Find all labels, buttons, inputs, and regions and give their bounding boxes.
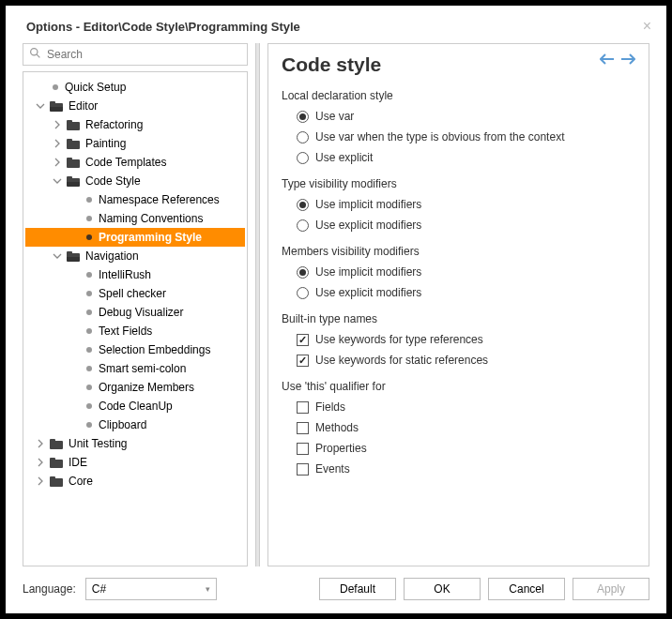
expander-spacer [69, 400, 80, 412]
group-title: Local declaration style [282, 89, 635, 102]
radio-icon[interactable] [297, 219, 309, 232]
expander-icon[interactable] [35, 476, 46, 487]
expander-icon[interactable] [52, 175, 63, 187]
radio-icon[interactable] [297, 111, 309, 123]
back-arrow-icon[interactable] [600, 53, 615, 68]
checkbox-icon[interactable] [297, 443, 309, 455]
expander-icon[interactable] [52, 157, 63, 168]
radio-option[interactable]: Use var [282, 106, 635, 127]
checkbox-icon[interactable] [297, 422, 309, 434]
folder-icon [50, 439, 63, 449]
settings-group: Local declaration styleUse varUse var wh… [282, 89, 635, 168]
checkbox-option[interactable]: Use keywords for type references [282, 329, 635, 350]
radio-option[interactable]: Use implicit modifiers [282, 194, 635, 215]
forward-arrow-icon[interactable] [620, 53, 635, 68]
tree-item[interactable]: Navigation [25, 247, 245, 265]
folder-icon [67, 139, 80, 149]
expander-spacer [69, 344, 80, 355]
expander-spacer [35, 82, 46, 93]
tree-item[interactable]: Unit Testing [25, 434, 245, 453]
tree-item[interactable]: Organize Members [25, 378, 245, 397]
tree-item[interactable]: Editor [25, 97, 245, 115]
ok-button[interactable]: OK [404, 578, 481, 600]
content-header: Code style [282, 53, 635, 76]
expander-icon[interactable] [52, 138, 63, 149]
tree-item[interactable]: Code Templates [25, 153, 245, 172]
apply-button: Apply [573, 578, 649, 600]
window-title: Options - Editor\Code Style\Programming … [26, 20, 300, 34]
chevron-down-icon: ▾ [206, 584, 210, 594]
option-label: Use implicit modifiers [315, 265, 421, 279]
tree-item[interactable]: Spell checker [25, 284, 245, 303]
checkbox-icon[interactable] [297, 355, 309, 367]
expander-icon[interactable] [35, 438, 46, 449]
tree-item[interactable]: IDE [25, 453, 245, 472]
search-box[interactable] [23, 43, 248, 66]
checkbox-option[interactable]: Methods [282, 417, 635, 438]
option-label: Use implicit modifiers [315, 198, 421, 211]
tree-item-label: Namespace References [99, 193, 220, 206]
search-input[interactable] [47, 48, 241, 61]
group-title: Built-in type names [282, 312, 635, 325]
tree-item-label: Text Fields [99, 325, 152, 338]
expander-spacer [69, 269, 80, 280]
expander-icon[interactable] [52, 119, 63, 130]
tree-item[interactable]: Code CleanUp [25, 397, 245, 415]
option-label: Methods [315, 421, 359, 434]
tree-item[interactable]: Code Style [25, 172, 245, 190]
tree-item-label: Unit Testing [69, 437, 127, 450]
radio-icon[interactable] [297, 131, 309, 143]
settings-groups: Local declaration styleUse varUse var wh… [282, 89, 635, 479]
tree-item-label: Selection Embeddings [99, 343, 210, 356]
default-button[interactable]: Default [319, 578, 396, 600]
checkbox-option[interactable]: Properties [282, 438, 635, 459]
expander-icon[interactable] [35, 100, 46, 112]
radio-option[interactable]: Use var when the type is obvious from th… [282, 127, 635, 147]
checkbox-icon[interactable] [297, 334, 309, 346]
checkbox-option[interactable]: Events [282, 459, 635, 479]
tree-item[interactable]: Quick Setup [25, 78, 245, 97]
tree-item[interactable]: Selection Embeddings [25, 340, 245, 359]
checkbox-option[interactable]: Fields [282, 397, 635, 417]
radio-option[interactable]: Use explicit modifiers [282, 215, 635, 235]
tree-item[interactable]: Refactoring [25, 115, 245, 134]
splitter[interactable] [255, 43, 260, 566]
radio-option[interactable]: Use implicit modifiers [282, 262, 635, 282]
expander-icon[interactable] [35, 457, 46, 468]
tree-item[interactable]: Smart semi-colon [25, 359, 245, 378]
option-label: Events [315, 462, 350, 476]
tree-item-label: Navigation [85, 249, 139, 263]
cancel-button[interactable]: Cancel [488, 578, 565, 600]
radio-icon[interactable] [297, 287, 309, 299]
tree-item[interactable]: Namespace References [25, 190, 245, 209]
option-label: Use var [315, 110, 354, 123]
radio-icon[interactable] [297, 199, 309, 211]
tree-item[interactable]: Debug Visualizer [25, 303, 245, 322]
radio-icon[interactable] [297, 266, 309, 279]
tree-item[interactable]: Programming Style [25, 228, 245, 247]
checkbox-icon[interactable] [297, 463, 309, 476]
tree-item[interactable]: Core [25, 472, 245, 491]
expander-icon[interactable] [52, 250, 63, 262]
nav-tree[interactable]: Quick SetupEditorRefactoringPaintingCode… [23, 71, 248, 566]
tree-item[interactable]: Clipboard [25, 415, 245, 434]
bullet-icon [86, 291, 92, 296]
tree-item-label: Debug Visualizer [99, 306, 184, 319]
tree-item[interactable]: Text Fields [25, 322, 245, 340]
checkbox-option[interactable]: Use keywords for static references [282, 350, 635, 370]
radio-icon[interactable] [297, 152, 309, 164]
option-label: Use var when the type is obvious from th… [315, 130, 564, 143]
radio-option[interactable]: Use explicit modifiers [282, 282, 635, 303]
close-icon[interactable]: × [643, 19, 651, 34]
tree-item[interactable]: Painting [25, 134, 245, 153]
language-value: C# [92, 582, 106, 596]
option-label: Use keywords for type references [315, 333, 483, 346]
settings-group: Built-in type namesUse keywords for type… [282, 312, 635, 370]
tree-item[interactable]: IntelliRush [25, 265, 245, 284]
checkbox-icon[interactable] [297, 401, 309, 414]
expander-spacer [69, 382, 80, 393]
radio-option[interactable]: Use explicit [282, 147, 635, 168]
language-select[interactable]: C# ▾ [85, 578, 217, 600]
tree-item[interactable]: Naming Conventions [25, 209, 245, 228]
tree-item-label: Code CleanUp [99, 400, 173, 413]
